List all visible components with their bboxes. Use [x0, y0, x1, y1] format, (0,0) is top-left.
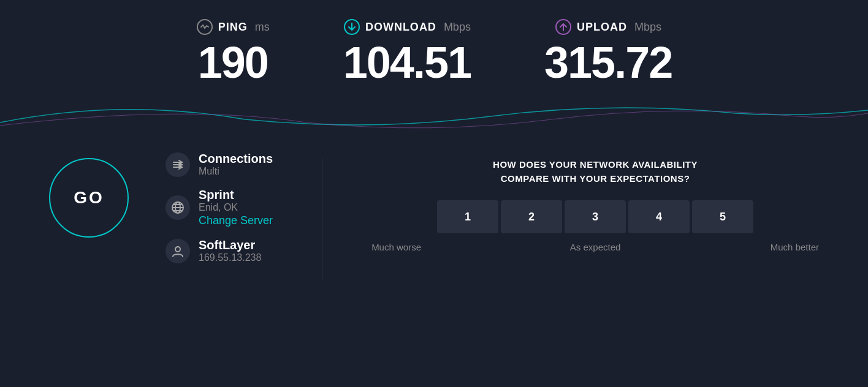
ping-label: PING [218, 21, 248, 34]
isp-name: SoftLayer [199, 238, 261, 252]
bottom-section: GO Connections Multi [0, 133, 868, 280]
rating-label-worse: Much worse [371, 242, 433, 252]
isp-ip: 169.55.13.238 [199, 252, 261, 263]
upload-header: UPLOAD Mbps [555, 18, 661, 36]
upload-label: UPLOAD [577, 21, 627, 34]
rating-section: HOW DOES YOUR NETWORK AVAILABILITY COMPA… [371, 152, 819, 252]
isp-icon-container [166, 239, 190, 263]
rating-question: HOW DOES YOUR NETWORK AVAILABILITY COMPA… [493, 158, 698, 186]
connections-text: Connections Multi [199, 152, 273, 177]
server-icon-container [166, 195, 190, 220]
download-label: DOWNLOAD [365, 21, 436, 34]
server-info: Connections Multi Sprint Enid, OK Change… [166, 152, 273, 263]
ping-value: 190 [198, 40, 268, 85]
server-row: Sprint Enid, OK Change Server [166, 188, 273, 227]
upload-value: 315.72 [544, 40, 672, 85]
connections-icon [171, 158, 185, 171]
connections-icon-container [166, 152, 190, 177]
connections-title: Connections [199, 152, 273, 166]
change-server-link[interactable]: Change Server [199, 214, 273, 227]
rating-btn-2[interactable]: 2 [501, 200, 562, 233]
rating-btn-1[interactable]: 1 [437, 200, 498, 233]
user-icon [171, 244, 185, 258]
download-unit: Mbps [444, 21, 471, 34]
section-divider [322, 158, 322, 280]
server-text: Sprint Enid, OK Change Server [199, 188, 273, 227]
download-header: DOWNLOAD Mbps [343, 18, 471, 36]
upload-icon [555, 18, 572, 36]
svg-point-11 [175, 247, 180, 252]
ping-metric: PING ms 190 [196, 18, 270, 85]
upload-metric: UPLOAD Mbps 315.72 [544, 18, 672, 85]
ping-icon [196, 18, 213, 36]
download-value: 104.51 [343, 40, 471, 85]
isp-row: SoftLayer 169.55.13.238 [166, 238, 273, 263]
ping-unit: ms [255, 21, 270, 34]
ping-header: PING ms [196, 18, 270, 36]
rating-label-better: Much better [758, 242, 819, 252]
upload-unit: Mbps [634, 21, 661, 34]
connections-value: Multi [199, 166, 273, 177]
server-name: Sprint [199, 188, 273, 202]
svg-point-0 [197, 20, 212, 34]
isp-text: SoftLayer 169.55.13.238 [199, 238, 261, 263]
rating-labels: Much worse As expected Much better [371, 242, 819, 252]
server-location: Enid, OK [199, 202, 273, 213]
download-metric: DOWNLOAD Mbps 104.51 [343, 18, 471, 85]
go-button-label: GO [74, 188, 104, 208]
globe-icon [171, 201, 185, 214]
rating-btn-5[interactable]: 5 [692, 200, 753, 233]
rating-btn-4[interactable]: 4 [628, 200, 690, 233]
connections-row: Connections Multi [166, 152, 273, 177]
rating-label-expected: As expected [433, 242, 758, 252]
metrics-section: PING ms 190 DOWNLOAD Mbps 104.51 UPLOAD … [0, 0, 868, 97]
rating-btn-3[interactable]: 3 [565, 200, 626, 233]
rating-buttons: 1 2 3 4 5 [437, 200, 753, 233]
download-icon [343, 18, 360, 36]
go-button[interactable]: GO [49, 158, 129, 238]
